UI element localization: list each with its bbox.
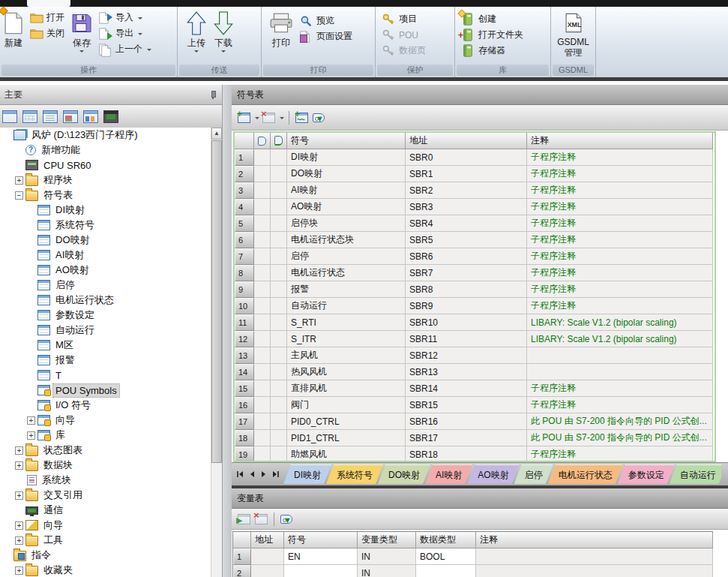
comment-cell[interactable]: 子程序注释 [527, 380, 713, 397]
delete-variable-button[interactable]: × [253, 512, 269, 526]
row-number-cell[interactable]: 3 [235, 182, 254, 199]
symbol-cell[interactable]: EN [284, 548, 358, 565]
row-number-cell[interactable]: 13 [235, 347, 254, 364]
protect-pou-button[interactable]: POU [380, 27, 428, 43]
upload-caret[interactable] [194, 50, 199, 55]
preview-button[interactable]: 预览 [298, 13, 355, 29]
var-type-cell[interactable]: IN [358, 548, 416, 565]
symbol-flag-cell[interactable] [271, 232, 287, 248]
tree-item[interactable]: 报警 [0, 353, 211, 368]
sheet-tab[interactable]: 自动运行 [670, 464, 721, 484]
apply-symbols-button[interactable]: ▼ [311, 112, 326, 124]
comment-cell[interactable]: 子程序注释 [527, 215, 713, 232]
symbol-cell[interactable]: AI映射 [287, 182, 406, 199]
insert-symbol-button[interactable]: + [236, 111, 252, 125]
symbol-flag-cell[interactable] [254, 314, 271, 331]
comment-cell[interactable]: LIBARY: Scale V1.2 (bipolar scaling) [527, 331, 713, 347]
tree-item[interactable]: +收藏夹 [0, 563, 211, 577]
tree-item[interactable]: M区 [0, 338, 211, 353]
comment-cell[interactable]: 子程序注释 [527, 149, 713, 166]
scroll-up-button[interactable]: ▲ [211, 128, 222, 140]
tree-scrollbar[interactable]: ▲ [211, 128, 222, 577]
address-cell[interactable]: SBR7 [406, 265, 527, 281]
tree-item[interactable]: AO映射 [0, 263, 211, 278]
comment-cell[interactable]: 子程序注释 [527, 265, 713, 281]
close-button[interactable]: 关闭 [28, 26, 67, 41]
row-number-cell[interactable]: 2 [235, 166, 254, 182]
communication-view-icon[interactable] [103, 110, 118, 123]
symbol-flag-cell[interactable] [271, 380, 287, 397]
tree-item[interactable]: 启停 [0, 278, 211, 293]
apply-variables-button[interactable]: ▼ [279, 513, 294, 525]
tree-item[interactable]: 新增功能 [0, 143, 211, 158]
tree-item[interactable]: −符号表 [0, 188, 211, 203]
symbol-cell[interactable]: 自动运行 [287, 298, 406, 314]
address-cell[interactable]: SBR11 [406, 331, 527, 347]
tree-item[interactable]: 指令 [0, 548, 211, 563]
comment-cell[interactable]: 子程序注释 [527, 298, 713, 314]
insert-variable-button[interactable]: ▶ [236, 512, 252, 526]
symbol-cell[interactable]: AO映射 [287, 199, 406, 215]
row-number-cell[interactable]: 2 [233, 565, 251, 577]
row-number-cell[interactable]: 10 [235, 298, 254, 314]
tree-item[interactable]: POU Symbols [0, 383, 211, 398]
expand-plus-icon[interactable]: + [15, 176, 23, 185]
library-create-button[interactable]: 创建 [460, 11, 526, 27]
symbol-flag-cell[interactable] [271, 314, 287, 331]
tree-item[interactable]: AI映射 [0, 248, 211, 263]
first-sheet-button[interactable] [234, 467, 245, 482]
comment-cell[interactable]: 子程序注释 [527, 446, 713, 462]
row-number-cell[interactable]: 19 [235, 446, 254, 462]
symbol-flag-cell[interactable] [271, 248, 287, 265]
symbol-flag-cell[interactable] [271, 215, 287, 232]
symbol-flag-cell[interactable] [254, 199, 271, 215]
download-button[interactable]: 下载 [211, 9, 236, 56]
delete-symbol-button[interactable]: × [261, 111, 277, 125]
library-memory-button[interactable]: 存储器 [460, 43, 526, 59]
symbol-flag-cell[interactable] [271, 446, 287, 462]
row-number-cell[interactable]: 14 [235, 364, 254, 380]
symbol-flag-cell[interactable] [271, 430, 287, 446]
address-cell[interactable]: SBR13 [406, 364, 527, 380]
symbol-flag-cell[interactable] [254, 281, 271, 298]
symbol-flag-cell[interactable] [271, 199, 287, 215]
symbol-cell[interactable]: 直排风机 [287, 380, 406, 397]
symbol-cell[interactable]: 助燃风机 [287, 446, 406, 462]
comment-column-header[interactable]: 注释 [527, 133, 713, 149]
tag-column-header[interactable] [254, 133, 271, 149]
save-dropdown-caret[interactable] [79, 50, 84, 55]
tree-item[interactable]: +数据块 [0, 458, 211, 473]
symbol-cell[interactable]: S_ITR [287, 331, 406, 347]
tree-item[interactable]: CPU SR60 [0, 158, 211, 173]
expand-plus-icon[interactable]: + [27, 431, 35, 440]
pin-icon[interactable] [208, 90, 217, 99]
address-cell[interactable]: SBR18 [406, 446, 527, 462]
address-cell[interactable]: SBR8 [406, 281, 527, 298]
symbol-cell[interactable]: 报警 [287, 281, 406, 298]
data-type-column-header[interactable]: 数据类型 [416, 532, 476, 548]
address-cell[interactable]: SBR15 [406, 397, 527, 413]
tree-item[interactable]: 电机运行状态 [0, 293, 211, 308]
address-cell[interactable]: SBR9 [406, 298, 527, 314]
row-number-cell[interactable]: 18 [235, 430, 254, 446]
export-button[interactable]: 导出 [97, 26, 154, 41]
symbol-table-view-icon[interactable] [22, 110, 37, 123]
row-number-cell[interactable]: 8 [235, 265, 254, 281]
delete-symbol-caret[interactable] [280, 117, 284, 122]
sheet-tab[interactable]: 电机运行状态 [548, 464, 623, 484]
row-number-cell[interactable]: 9 [235, 281, 254, 298]
download-caret[interactable] [221, 50, 226, 55]
symbol-flag-cell[interactable] [254, 166, 271, 182]
symbol-flag-cell[interactable] [254, 413, 271, 430]
sheet-tab[interactable]: AO映射 [467, 464, 519, 484]
row-number-cell[interactable]: 5 [235, 215, 254, 232]
row-number-cell[interactable]: 6 [235, 232, 254, 248]
expand-plus-icon[interactable]: + [15, 566, 23, 575]
panel-splitter[interactable] [223, 85, 232, 577]
protect-datapage-button[interactable]: 数据页 [380, 43, 428, 59]
symbol-flag-cell[interactable] [254, 364, 271, 380]
address-cell[interactable] [251, 565, 284, 577]
symbol-cell[interactable]: 启停 [287, 248, 406, 265]
symbol-flag-cell[interactable] [271, 265, 287, 281]
scrollbar-thumb[interactable] [211, 140, 222, 463]
